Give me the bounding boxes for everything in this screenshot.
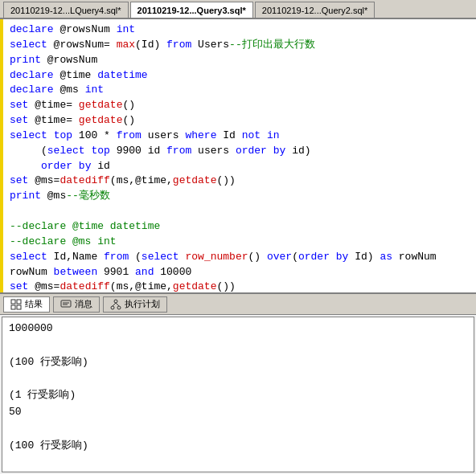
result-line-6: 50 bbox=[9, 404, 467, 421]
code-line-18: set @ms=datediff(ms,@time,getdate()) bbox=[10, 280, 473, 292]
result-line-10: (1 受影响) bbox=[9, 471, 467, 472]
code-line-8: select top 100 * from users where Id not… bbox=[10, 129, 473, 144]
code-line-4: declare @time datetime bbox=[10, 68, 473, 84]
svg-point-7 bbox=[114, 300, 117, 303]
result-line-8: (100 行受影响) bbox=[9, 438, 467, 455]
svg-rect-3 bbox=[17, 305, 21, 309]
result-line-1: 1000000 bbox=[9, 321, 467, 337]
code-line-10: order by id bbox=[10, 159, 473, 174]
result-line-3: (100 行受影响) bbox=[9, 354, 467, 371]
svg-rect-0 bbox=[11, 300, 15, 304]
results-content[interactable]: 1000000 (100 行受影响) (1 行受影响) 50 (100 行受影响… bbox=[2, 317, 474, 472]
code-line-3: print @rowsNum bbox=[10, 53, 473, 68]
svg-line-10 bbox=[113, 303, 116, 306]
editor-tab-bar: 20110219-12...LQuery4.sql* 20110219-12..… bbox=[0, 0, 476, 19]
results-tab-messages[interactable]: 消息 bbox=[53, 296, 100, 313]
results-tab-results[interactable]: 结果 bbox=[3, 296, 50, 313]
svg-rect-1 bbox=[17, 300, 21, 304]
code-line-6: set @time= getdate() bbox=[10, 98, 473, 113]
result-line-2 bbox=[9, 337, 467, 354]
code-line-13 bbox=[10, 204, 473, 219]
code-line-5: declare @ms int bbox=[10, 83, 473, 98]
grid-icon bbox=[10, 299, 22, 310]
tab-lquery4[interactable]: 20110219-12...LQuery4.sql* bbox=[3, 2, 129, 18]
result-line-7 bbox=[9, 421, 467, 438]
code-line-2: select @rowsNum= max(Id) from Users--打印出… bbox=[10, 38, 473, 53]
plan-icon bbox=[110, 299, 121, 310]
code-line-14: --declare @time datetime bbox=[10, 219, 473, 235]
result-line-9 bbox=[9, 454, 467, 471]
svg-rect-2 bbox=[11, 305, 15, 309]
results-tab-plan[interactable]: 执行计划 bbox=[103, 296, 167, 313]
svg-rect-4 bbox=[61, 300, 71, 307]
code-line-15: --declare @ms int bbox=[10, 235, 473, 250]
code-line-17: rowNum between 9901 and 10000 bbox=[10, 265, 473, 280]
code-line-12: print @ms--毫秒数 bbox=[10, 189, 473, 204]
tab-query3[interactable]: 20110219-12...Query3.sql* bbox=[130, 2, 253, 18]
code-editor[interactable]: declare @rowsNum int select @rowsNum= ma… bbox=[0, 19, 476, 292]
code-line-11: set @ms=datediff(ms,@time,getdate()) bbox=[10, 174, 473, 189]
svg-line-11 bbox=[116, 303, 119, 306]
results-container: 结果 消息 执行计划 1000000 (100 行受影响) bbox=[0, 292, 476, 474]
code-line-1: declare @rowsNum int bbox=[10, 22, 473, 38]
svg-point-8 bbox=[111, 306, 114, 309]
code-line-16: select Id,Name from (select row_number()… bbox=[10, 250, 473, 265]
result-line-4 bbox=[9, 370, 467, 387]
message-icon bbox=[60, 299, 72, 310]
results-tab-bar: 结果 消息 执行计划 bbox=[0, 294, 476, 315]
result-line-5: (1 行受影响) bbox=[9, 387, 467, 404]
svg-point-9 bbox=[117, 306, 121, 309]
tab-query2[interactable]: 20110219-12...Query2.sql* bbox=[255, 2, 375, 18]
code-line-9: (select top 9900 id from users order by … bbox=[10, 144, 473, 159]
code-line-7: set @time= getdate() bbox=[10, 113, 473, 129]
